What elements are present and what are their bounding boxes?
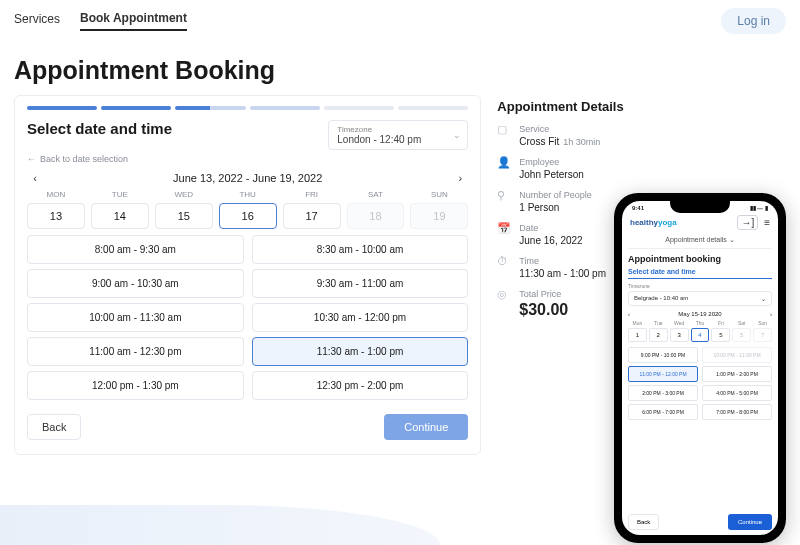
prev-week-button[interactable]: ‹: [27, 172, 43, 184]
time-slot[interactable]: 8:30 am - 10:00 am: [252, 235, 469, 264]
price-label: Total Price: [519, 289, 568, 299]
day-of-week: MON: [27, 190, 85, 199]
tag-icon: ◎: [497, 289, 511, 300]
login-button[interactable]: Log in: [721, 8, 786, 34]
time-slot[interactable]: 11:00 am - 12:30 pm: [27, 337, 244, 366]
time-slot[interactable]: 11:30 am - 1:00 pm: [252, 337, 469, 366]
phone-time-slot[interactable]: 11:00 PM - 12:00 PM: [628, 366, 698, 382]
day-of-week: TUE: [91, 190, 149, 199]
next-week-button[interactable]: ›: [452, 172, 468, 184]
detail-icon: ⏱: [497, 256, 511, 267]
phone-day[interactable]: 5: [711, 328, 730, 342]
detail-value: 11:30 am - 1:00 pm: [519, 268, 606, 279]
phone-dow: Sat: [732, 320, 751, 326]
phone-time-slot[interactable]: 1:00 PM - 2:00 PM: [702, 366, 772, 382]
phone-time-slot[interactable]: 6:00 PM - 7:00 PM: [628, 404, 698, 420]
time-slot[interactable]: 9:00 am - 10:30 am: [27, 269, 244, 298]
phone-dow: Wed: [670, 320, 689, 326]
phone-time-slot: 10:00 PM - 11:00 PM: [702, 347, 772, 363]
phone-subtitle: Select date and time: [628, 268, 772, 279]
day-19: 19: [410, 203, 468, 229]
phone-week-range: May 15-19 2020: [678, 311, 721, 317]
detail-value: June 16, 2022: [519, 235, 582, 246]
day-15[interactable]: 15: [155, 203, 213, 229]
detail-label: Date: [519, 223, 582, 233]
phone-day: 7: [753, 328, 772, 342]
detail-sub: 1h 30min: [563, 137, 600, 147]
phone-breadcrumb[interactable]: Appointment details ⌄: [622, 236, 778, 244]
day-17[interactable]: 17: [283, 203, 341, 229]
day-16[interactable]: 16: [219, 203, 277, 229]
day-13[interactable]: 13: [27, 203, 85, 229]
phone-day[interactable]: 3: [670, 328, 689, 342]
arrow-left-icon: ←: [27, 154, 36, 164]
detail-label: Number of People: [519, 190, 592, 200]
detail-label: Employee: [519, 157, 584, 167]
day-of-week: SAT: [347, 190, 405, 199]
phone-time-slot[interactable]: 4:00 PM - 5:00 PM: [702, 385, 772, 401]
phone-day[interactable]: 1: [628, 328, 647, 342]
timezone-select[interactable]: Timezone London - 12:40 pm ⌄: [328, 120, 468, 150]
nav-book-appointment[interactable]: Book Appointment: [80, 11, 187, 31]
hamburger-icon[interactable]: ≡: [764, 217, 770, 228]
detail-value: John Peterson: [519, 169, 584, 180]
phone-next-week[interactable]: ›: [770, 311, 772, 317]
days-row: MON13TUE14WED15THU16FRI17SAT18SUN19: [27, 190, 468, 229]
details-heading: Appointment Details: [497, 99, 782, 114]
chevron-down-icon: ⌄: [761, 295, 766, 302]
day-14[interactable]: 14: [91, 203, 149, 229]
phone-time-slot[interactable]: 2:00 PM - 3:00 PM: [628, 385, 698, 401]
time-slot[interactable]: 10:30 am - 12:00 pm: [252, 303, 469, 332]
phone-logo: healthyyoga: [630, 218, 677, 227]
slots-column-right: 8:30 am - 10:00 am9:30 am - 11:00 am10:3…: [252, 235, 469, 400]
detail-value: Cross Fit: [519, 136, 559, 147]
time-slot[interactable]: 12:30 pm - 2:00 pm: [252, 371, 469, 400]
date-time-panel: Select date and time Timezone London - 1…: [14, 95, 481, 455]
time-slot[interactable]: 9:30 am - 11:00 am: [252, 269, 469, 298]
detail-value: 1 Person: [519, 202, 559, 213]
chevron-down-icon: ⌄: [453, 130, 461, 140]
detail-label: Service: [519, 124, 600, 134]
back-to-date-link[interactable]: ← Back to date selection: [27, 154, 468, 164]
phone-status-icons: ▮▮ ⋯ ▮: [750, 204, 768, 211]
week-range: June 13, 2022 - June 19, 2022: [173, 172, 322, 184]
phone-dow: Sun: [753, 320, 772, 326]
continue-button[interactable]: Continue: [384, 414, 468, 440]
detail-icon: 📅: [497, 223, 511, 234]
time-slot[interactable]: 8:00 am - 9:30 am: [27, 235, 244, 264]
phone-dow: Thu: [691, 320, 710, 326]
slots-column-left: 8:00 am - 9:30 am9:00 am - 10:30 am10:00…: [27, 235, 244, 400]
phone-day[interactable]: 4: [691, 328, 710, 342]
phone-back-button[interactable]: Back: [628, 514, 659, 530]
day-of-week: THU: [219, 190, 277, 199]
progress-steps: [27, 106, 468, 110]
back-button[interactable]: Back: [27, 414, 81, 440]
phone-tz-label: Timezone: [628, 283, 772, 289]
phone-tz-select[interactable]: Belgrade - 10:40 am ⌄: [628, 291, 772, 306]
phone-dow: Tue: [649, 320, 668, 326]
phone-time-slot[interactable]: 9:00 PM - 10:00 PM: [628, 347, 698, 363]
time-slot[interactable]: 12:00 pm - 1:30 pm: [27, 371, 244, 400]
day-of-week: FRI: [283, 190, 341, 199]
day-of-week: WED: [155, 190, 213, 199]
day-18: 18: [347, 203, 405, 229]
day-of-week: SUN: [410, 190, 468, 199]
timezone-value: London - 12:40 pm: [337, 134, 421, 145]
top-nav: Services Book Appointment Log in: [0, 0, 800, 42]
detail-row: ▢ServiceCross Fit1h 30min: [497, 124, 782, 147]
phone-prev-week[interactable]: ‹: [628, 311, 630, 317]
phone-dow: Mon: [628, 320, 647, 326]
phone-day: 5: [732, 328, 751, 342]
phone-time-slot[interactable]: 7:00 PM - 8:00 PM: [702, 404, 772, 420]
phone-continue-button[interactable]: Continue: [728, 514, 772, 530]
phone-tz-value: Belgrade - 10:40 am: [634, 295, 688, 302]
time-slot[interactable]: 10:00 am - 11:30 am: [27, 303, 244, 332]
nav-services[interactable]: Services: [14, 12, 60, 30]
timezone-label: Timezone: [337, 125, 443, 134]
phone-day[interactable]: 2: [649, 328, 668, 342]
detail-label: Time: [519, 256, 606, 266]
phone-enter-icon[interactable]: →]: [737, 215, 758, 230]
phone-title: Appointment booking: [628, 254, 772, 264]
detail-icon: ⚲: [497, 190, 511, 201]
phone-dow: Fri: [711, 320, 730, 326]
